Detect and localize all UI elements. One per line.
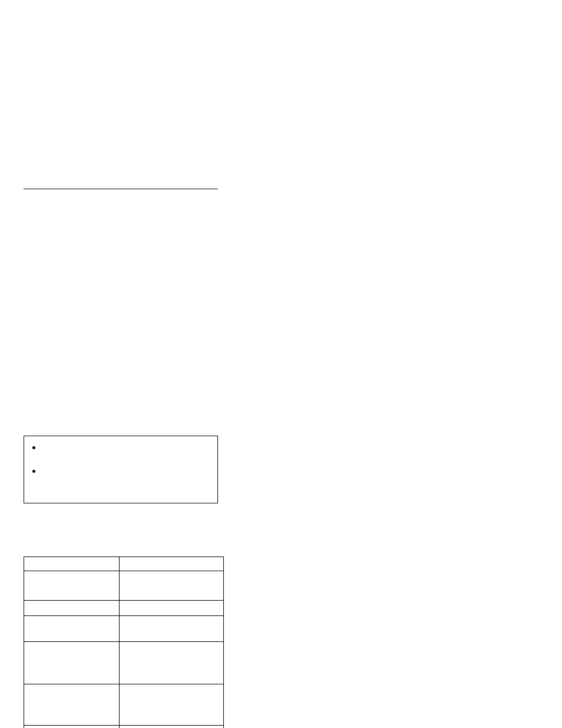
table-row bbox=[24, 601, 224, 616]
table-cell bbox=[24, 616, 120, 642]
data-table bbox=[24, 556, 224, 728]
legend-item bbox=[42, 442, 213, 466]
table-row bbox=[24, 726, 224, 729]
legend bbox=[24, 436, 538, 503]
table-cell bbox=[119, 684, 223, 726]
table-cell bbox=[24, 601, 120, 616]
legend-item bbox=[42, 466, 213, 489]
table-row bbox=[24, 571, 224, 601]
horizontal-rule bbox=[24, 189, 218, 189]
legend-list bbox=[28, 442, 213, 489]
table-row bbox=[24, 557, 224, 571]
table-cell bbox=[24, 642, 120, 684]
table-cell bbox=[119, 616, 223, 642]
table-container bbox=[24, 556, 224, 728]
table-cell bbox=[24, 684, 120, 726]
table-row bbox=[24, 642, 224, 684]
table-cell bbox=[24, 557, 120, 571]
page-content bbox=[0, 0, 562, 728]
table-cell bbox=[119, 726, 223, 729]
table-row bbox=[24, 616, 224, 642]
table-cell bbox=[24, 571, 120, 601]
table-cell bbox=[119, 557, 223, 571]
legend-box bbox=[24, 436, 218, 503]
table-cell bbox=[119, 601, 223, 616]
table-cell bbox=[119, 571, 223, 601]
table-cell bbox=[24, 726, 120, 729]
table-cell bbox=[119, 642, 223, 684]
table-row bbox=[24, 684, 224, 726]
